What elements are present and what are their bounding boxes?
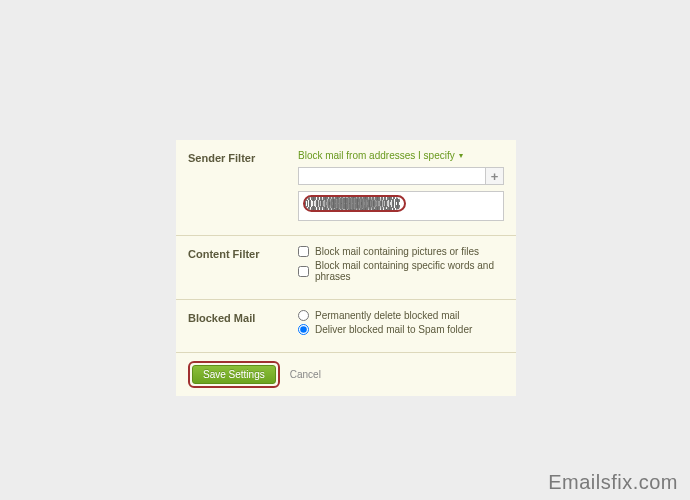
blocked-mail-label: Blocked Mail (188, 310, 298, 338)
block-words-label: Block mail containing specific words and… (315, 260, 504, 282)
save-settings-button[interactable]: Save Settings (192, 365, 276, 384)
address-input-row: + (298, 167, 504, 185)
block-pictures-checkbox[interactable] (298, 246, 309, 257)
spam-folder-label: Deliver blocked mail to Spam folder (315, 324, 472, 335)
save-button-highlight: Save Settings (188, 361, 280, 388)
sender-filter-mode-text: Block mail from addresses I specify (298, 150, 455, 161)
watermark: Emailsfix.com (548, 471, 678, 494)
content-filter-label: Content Filter (188, 246, 298, 285)
address-input[interactable] (299, 168, 485, 184)
blocked-mail-section: Blocked Mail Permanently delete blocked … (176, 300, 516, 353)
delete-blocked-label: Permanently delete blocked mail (315, 310, 460, 321)
add-address-button[interactable]: + (485, 168, 503, 184)
block-words-checkbox[interactable] (298, 266, 309, 277)
blocked-address-redacted (305, 197, 401, 210)
sender-filter-mode-dropdown[interactable]: Block mail from addresses I specify ▾ (298, 150, 463, 161)
content-filter-section: Content Filter Block mail containing pic… (176, 236, 516, 300)
blocked-address-list[interactable] (298, 191, 504, 221)
sender-filter-section: Sender Filter Block mail from addresses … (176, 140, 516, 236)
delete-blocked-radio[interactable] (298, 310, 309, 321)
chevron-down-icon: ▾ (459, 151, 463, 160)
block-pictures-label: Block mail containing pictures or files (315, 246, 479, 257)
spam-folder-radio[interactable] (298, 324, 309, 335)
cancel-link[interactable]: Cancel (290, 369, 321, 380)
settings-panel: Sender Filter Block mail from addresses … (176, 140, 516, 396)
blocked-address-item-highlight (303, 195, 406, 212)
footer: Save Settings Cancel (176, 353, 516, 396)
sender-filter-label: Sender Filter (188, 150, 298, 221)
